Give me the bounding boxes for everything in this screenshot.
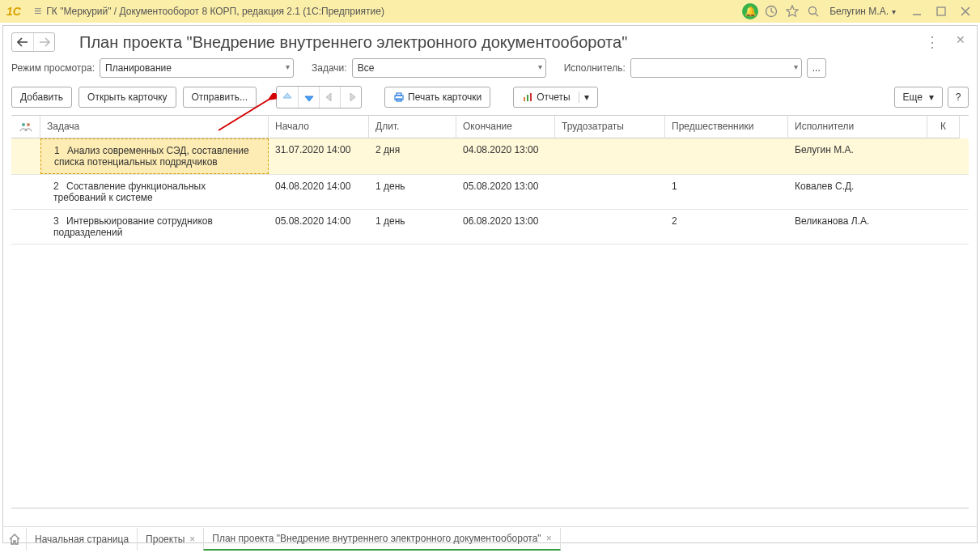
page-header: План проекта "Внедрение внутреннего элек… bbox=[3, 26, 977, 55]
home-icon[interactable] bbox=[2, 533, 27, 546]
row-end-cell: 05.08.2020 13:00 bbox=[456, 175, 555, 209]
open-card-button[interactable]: Открыть карточку bbox=[78, 87, 176, 108]
row-labor-cell bbox=[555, 210, 665, 244]
move-right-button[interactable] bbox=[340, 87, 361, 108]
tab-home[interactable]: Начальная страница bbox=[26, 528, 138, 551]
logo-1c: 1C bbox=[6, 5, 29, 18]
svg-point-1 bbox=[809, 7, 817, 15]
executor-dropdown[interactable]: ▾ bbox=[630, 58, 802, 78]
user-menu[interactable]: Белугин М.А. ▾ bbox=[826, 6, 899, 17]
executor-more-button[interactable]: ... bbox=[807, 58, 826, 78]
chevron-down-icon: ▾ bbox=[579, 91, 589, 103]
mode-value: Планирование bbox=[105, 62, 172, 74]
table-header-start[interactable]: Начало bbox=[269, 116, 369, 138]
help-button[interactable]: ? bbox=[948, 87, 969, 108]
nav-forward-button[interactable] bbox=[33, 33, 54, 51]
table-header-predecessors[interactable]: Предшественники bbox=[665, 116, 788, 138]
close-icon[interactable]: × bbox=[189, 534, 195, 545]
row-labor-cell bbox=[555, 138, 665, 174]
add-label: Добавить bbox=[20, 91, 63, 103]
row-duration-cell: 1 день bbox=[369, 175, 456, 209]
send-label: Отправить... bbox=[192, 91, 248, 103]
titlebar: 1C ≡ ГК "Меркурий" / Документооборот 8 К… bbox=[0, 0, 980, 23]
search-icon[interactable] bbox=[805, 3, 821, 19]
svg-point-14 bbox=[27, 123, 30, 126]
table-row[interactable]: 1 Анализ современных СЭД, составление сп… bbox=[11, 138, 969, 175]
tasks-label: Задачи: bbox=[312, 62, 347, 74]
table-header-task[interactable]: Задача bbox=[40, 116, 269, 138]
more-label: ... bbox=[812, 62, 821, 74]
help-label: ? bbox=[956, 91, 961, 103]
open-card-label: Открыть карточку bbox=[87, 91, 167, 103]
add-button[interactable]: Добавить bbox=[11, 87, 72, 108]
page-title: План проекта "Внедрение внутреннего элек… bbox=[79, 33, 627, 52]
row-executors-cell: Белугин М.А. bbox=[788, 138, 927, 174]
svg-rect-12 bbox=[530, 93, 532, 101]
nav-back-button[interactable] bbox=[12, 33, 33, 51]
minimize-icon[interactable] bbox=[909, 3, 925, 19]
mode-label: Режим просмотра: bbox=[11, 62, 95, 74]
tab-plan[interactable]: План проекта "Внедрение внутреннего элек… bbox=[203, 528, 560, 551]
table-row[interactable]: 3 Интервьюирование сотрудников подраздел… bbox=[11, 210, 969, 245]
tab-plan-label: План проекта "Внедрение внутреннего элек… bbox=[212, 533, 541, 544]
row-start-cell: 04.08.2020 14:00 bbox=[269, 175, 369, 209]
tasks-table: Задача Начало Длит. Окончание Трудозатра… bbox=[11, 115, 969, 508]
row-type-cell bbox=[11, 138, 40, 174]
reports-icon bbox=[522, 91, 533, 103]
table-header-end[interactable]: Окончание bbox=[456, 116, 555, 138]
close-window-icon[interactable] bbox=[957, 3, 974, 19]
page-menu-icon[interactable]: ⋮ bbox=[920, 33, 944, 51]
tasks-dropdown[interactable]: Все ▾ bbox=[352, 58, 546, 78]
svg-rect-8 bbox=[397, 93, 401, 96]
favorite-icon[interactable] bbox=[784, 3, 800, 19]
move-up-button[interactable] bbox=[277, 87, 298, 108]
move-buttons bbox=[276, 86, 362, 108]
tab-projects-label: Проекты bbox=[146, 534, 185, 545]
people-icon bbox=[19, 122, 32, 132]
table-header-duration[interactable]: Длит. bbox=[369, 116, 456, 138]
row-executors-cell: Великанова Л.А. bbox=[788, 210, 927, 244]
table-header: Задача Начало Длит. Окончание Трудозатра… bbox=[11, 116, 969, 138]
table-header-k[interactable]: К bbox=[927, 116, 960, 138]
move-down-button[interactable] bbox=[298, 87, 319, 108]
row-end-cell: 04.08.2020 13:00 bbox=[456, 138, 555, 174]
chevron-down-icon: ▾ bbox=[794, 62, 798, 71]
print-card-button[interactable]: Печать карточки bbox=[384, 87, 490, 108]
send-button[interactable]: Отправить... bbox=[183, 87, 257, 108]
table-header-type[interactable] bbox=[11, 116, 40, 138]
close-icon[interactable]: × bbox=[546, 533, 552, 544]
notifications-icon[interactable]: 🔔 bbox=[742, 3, 758, 19]
row-predecessors-cell: 2 bbox=[665, 210, 788, 244]
reports-button[interactable]: Отчеты ▾ bbox=[513, 87, 597, 108]
nav-back-forward bbox=[11, 32, 55, 52]
maximize-icon[interactable] bbox=[933, 3, 949, 19]
svg-point-13 bbox=[22, 123, 25, 126]
row-type-cell bbox=[11, 210, 40, 244]
more-button[interactable]: Еще ▾ bbox=[894, 87, 943, 108]
menu-hamburger-icon[interactable]: ≡ bbox=[34, 4, 41, 19]
executor-label: Исполнитель: bbox=[564, 62, 626, 74]
row-start-cell: 05.08.2020 14:00 bbox=[269, 210, 369, 244]
chevron-down-icon: ▾ bbox=[286, 62, 290, 71]
reports-label: Отчеты bbox=[537, 91, 570, 103]
row-duration-cell: 1 день bbox=[369, 210, 456, 244]
table-row[interactable]: 2 Составление функциональных требований … bbox=[11, 175, 969, 210]
move-left-button[interactable] bbox=[319, 87, 340, 108]
table-header-labor[interactable]: Трудозатраты bbox=[555, 116, 665, 138]
row-task-cell: 1 Анализ современных СЭД, составление сп… bbox=[40, 138, 269, 174]
table-body: 1 Анализ современных СЭД, составление сп… bbox=[11, 138, 969, 245]
print-icon bbox=[393, 91, 405, 103]
chevron-down-icon: ▾ bbox=[929, 91, 934, 103]
user-name: Белугин М.А. bbox=[829, 6, 889, 17]
table-header-executors[interactable]: Исполнители bbox=[788, 116, 927, 138]
history-icon[interactable] bbox=[763, 3, 779, 19]
tab-projects[interactable]: Проекты × bbox=[137, 528, 204, 551]
row-type-cell bbox=[11, 175, 40, 209]
chevron-down-icon: ▾ bbox=[538, 62, 542, 71]
mode-dropdown[interactable]: Планирование ▾ bbox=[100, 58, 294, 78]
row-predecessors-cell: 1 bbox=[665, 175, 788, 209]
svg-line-2 bbox=[816, 14, 819, 17]
filter-row: Режим просмотра: Планирование ▾ Задачи: … bbox=[3, 55, 977, 81]
more-label: Еще bbox=[903, 91, 923, 103]
close-page-icon[interactable]: ✕ bbox=[952, 33, 969, 51]
